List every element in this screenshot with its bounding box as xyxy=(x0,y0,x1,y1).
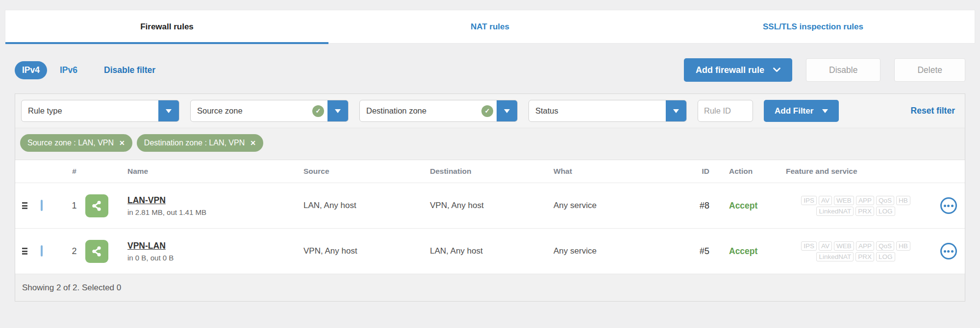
remove-chip-icon[interactable]: ✕ xyxy=(119,140,125,146)
rule-id-input[interactable] xyxy=(698,100,753,122)
rule-name-link[interactable]: VPN-LAN xyxy=(127,241,166,251)
caret-down-icon xyxy=(166,109,172,113)
dot xyxy=(947,205,950,207)
tab-ssl-tls-inspection-rules[interactable]: SSL/TLS inspection rules xyxy=(652,10,975,43)
rules-tabbar: Firewall rules NAT rules SSL/TLS inspect… xyxy=(5,10,975,44)
tab-nat-rules[interactable]: NAT rules xyxy=(328,10,652,43)
caret-down-icon xyxy=(504,109,510,113)
dropdown-label: Status xyxy=(529,106,666,116)
row-checkbox[interactable] xyxy=(41,245,43,257)
feature-badge: AV xyxy=(819,196,832,205)
rule-destination: LAN, Any host xyxy=(430,246,553,256)
row-more-actions-icon[interactable] xyxy=(940,197,957,214)
rule-traffic: in 2.81 MB, out 1.41 MB xyxy=(127,208,303,216)
dropdown-toggle-button[interactable] xyxy=(327,100,348,121)
feature-badge: LinkedNAT xyxy=(816,207,854,216)
rule-what: Any service xyxy=(553,246,680,256)
feature-badge: WEB xyxy=(834,241,854,251)
dot xyxy=(947,250,950,253)
row-number: 2 xyxy=(63,246,85,257)
feature-badge: LinkedNAT xyxy=(816,252,854,261)
showing-count-text: Showing 2 of 2. Selected 0 xyxy=(22,283,121,293)
zone-share-icon xyxy=(85,240,108,263)
rule-action: Accept xyxy=(709,201,773,211)
table-footer: Showing 2 of 2. Selected 0 xyxy=(15,274,965,301)
ipv4-toggle[interactable]: IPv4 xyxy=(15,61,47,79)
add-firewall-rule-button[interactable]: Add firewall rule xyxy=(684,58,792,82)
firewall-rules-panel: Rule type Source zone ✓ Destination zone… xyxy=(15,94,965,302)
rule-traffic: in 0 B, out 0 B xyxy=(127,254,303,262)
source-zone-dropdown[interactable]: Source zone ✓ xyxy=(190,100,349,122)
caret-down-icon xyxy=(822,109,828,113)
filter-chip-source-zone[interactable]: Source zone : LAN, VPN ✕ xyxy=(20,134,132,152)
table-row: 2 VPN-LAN in 0 B, out 0 B VPN, Any host … xyxy=(15,229,965,274)
feature-badge: PRX xyxy=(855,252,874,261)
dropdown-toggle-button[interactable] xyxy=(666,100,686,121)
add-firewall-rule-label: Add firewall rule xyxy=(696,65,764,75)
row-menu-cell xyxy=(932,197,965,214)
row-menu-cell xyxy=(932,243,965,259)
dropdown-label: Destination zone xyxy=(360,106,481,116)
header-destination: Destination xyxy=(430,167,553,176)
caret-down-icon xyxy=(673,109,679,113)
drag-handle[interactable] xyxy=(15,202,34,209)
row-icon-cell xyxy=(85,194,122,217)
rule-name-cell: LAN-VPN in 2.81 MB, out 1.41 MB xyxy=(122,195,303,216)
row-more-actions-icon[interactable] xyxy=(940,243,957,259)
row-checkbox[interactable] xyxy=(41,200,43,211)
rule-features-cell: IPS AV WEB APP QoS HB LinkedNAT PRX LOG xyxy=(773,241,932,261)
toolbar: IPv4 IPv6 Disable filter Add firewall ru… xyxy=(15,58,965,82)
header-name: Name xyxy=(122,167,303,176)
dropdown-toggle-button[interactable] xyxy=(497,100,517,121)
status-dropdown[interactable]: Status xyxy=(528,100,687,122)
header-action: Action xyxy=(709,167,773,176)
filter-applied-check-icon: ✓ xyxy=(481,105,493,117)
rule-source: VPN, Any host xyxy=(303,246,430,256)
rule-name-link[interactable]: LAN-VPN xyxy=(127,195,166,206)
header-feature-service: Feature and service xyxy=(773,167,932,176)
add-filter-label: Add Filter xyxy=(775,106,813,116)
ipv6-toggle[interactable]: IPv6 xyxy=(60,65,77,75)
add-filter-button[interactable]: Add Filter xyxy=(764,100,839,122)
rule-features-cell: IPS AV WEB APP QoS HB LinkedNAT PRX LOG xyxy=(773,196,932,216)
reset-filter-link[interactable]: Reset filter xyxy=(911,106,959,116)
feature-badge: HB xyxy=(896,241,910,251)
dot xyxy=(944,205,946,207)
disable-button[interactable]: Disable xyxy=(806,58,880,82)
filter-chip-destination-zone[interactable]: Destination zone : LAN, VPN ✕ xyxy=(137,134,263,152)
feature-badge: IPS xyxy=(801,241,817,251)
header-num: # xyxy=(63,167,85,176)
zone-share-icon xyxy=(85,194,108,217)
filter-bar: Rule type Source zone ✓ Destination zone… xyxy=(15,94,965,128)
feature-badge: QoS xyxy=(876,196,894,205)
drag-handle[interactable] xyxy=(15,248,34,255)
rule-name-cell: VPN-LAN in 0 B, out 0 B xyxy=(122,241,303,262)
dot xyxy=(944,250,946,253)
chip-label: Destination zone : LAN, VPN xyxy=(144,139,245,147)
table-header-row: # Name Source Destination What ID Action… xyxy=(15,160,965,183)
remove-chip-icon[interactable]: ✕ xyxy=(250,140,256,146)
delete-button[interactable]: Delete xyxy=(894,58,965,82)
feature-badge: APP xyxy=(856,196,874,205)
disable-filter-link[interactable]: Disable filter xyxy=(104,65,155,75)
dot xyxy=(951,205,954,207)
dropdown-toggle-button[interactable] xyxy=(158,100,179,121)
feature-badge: PRX xyxy=(855,207,874,216)
dot xyxy=(951,250,954,253)
filter-applied-check-icon: ✓ xyxy=(312,105,324,117)
dropdown-label: Rule type xyxy=(22,106,158,116)
destination-zone-dropdown[interactable]: Destination zone ✓ xyxy=(359,100,518,122)
caret-down-icon xyxy=(335,109,341,113)
feature-badge: HB xyxy=(896,196,910,205)
header-what: What xyxy=(553,167,680,176)
feature-badges: IPS AV WEB APP QoS HB LinkedNAT PRX LOG xyxy=(786,196,926,216)
feature-badge: AV xyxy=(819,241,832,251)
row-icon-cell xyxy=(85,240,122,263)
row-checkbox-cell xyxy=(34,201,63,211)
row-checkbox-cell xyxy=(34,246,63,256)
tab-label: SSL/TLS inspection rules xyxy=(763,22,863,32)
tab-firewall-rules[interactable]: Firewall rules xyxy=(5,10,328,43)
rule-type-dropdown[interactable]: Rule type xyxy=(21,100,179,122)
header-id: ID xyxy=(680,167,709,176)
feature-badges: IPS AV WEB APP QoS HB LinkedNAT PRX LOG xyxy=(786,241,926,261)
